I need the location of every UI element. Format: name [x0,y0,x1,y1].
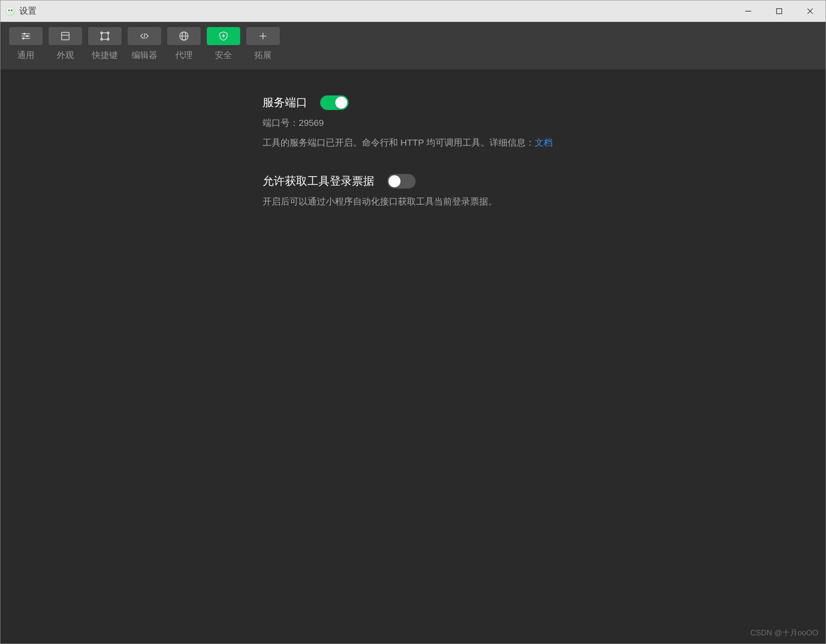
desc-text: 工具的服务端口已开启。命令行和 HTTP 均可调用工具。详细信息： [263,137,535,147]
tab-icon-box [128,27,161,45]
minimize-button[interactable] [733,0,764,21]
port-label: 端口号： [263,118,299,128]
tab-label: 安全 [215,49,232,61]
svg-rect-12 [101,33,108,39]
service-port-title: 服务端口 [263,95,307,110]
tab-icon-box [167,27,201,45]
svg-rect-1 [777,9,782,14]
tab-label: 快捷键 [92,49,118,61]
keyboard-icon [99,31,110,42]
login-ticket-toggle[interactable] [387,174,416,189]
close-button[interactable] [795,0,826,21]
toggle-knob [335,97,347,109]
port-number-info: 端口号：29569 [263,117,826,129]
plus-icon [257,31,269,42]
login-ticket-description: 开启后可以通过小程序自动化接口获取工具当前登录票据。 [263,195,826,208]
settings-window: 设置 通用 外观 [0,0,826,644]
tab-appearance[interactable]: 外观 [49,27,82,61]
service-port-toggle[interactable] [320,95,349,110]
tab-proxy[interactable]: 代理 [167,27,201,61]
maximize-button[interactable] [764,0,795,21]
tab-icon-box [88,27,122,45]
maximize-icon [775,7,783,15]
toggle-knob [389,175,401,187]
svg-line-17 [144,34,145,39]
app-icon [6,6,15,16]
tab-icon-box [9,27,43,45]
tab-icon-box [49,27,82,45]
service-port-description: 工具的服务端口已开启。命令行和 HTTP 均可调用工具。详细信息：文档 [263,137,826,149]
svg-point-8 [27,35,28,37]
tab-shortcuts[interactable]: 快捷键 [88,27,122,61]
tab-label: 外观 [57,49,74,61]
tab-editor[interactable]: 编辑器 [128,27,161,61]
window-controls [733,0,826,21]
tab-label: 通用 [17,49,34,61]
tab-security[interactable]: 安全 [207,27,240,61]
shield-icon [218,31,229,42]
tab-general[interactable]: 通用 [9,27,43,61]
tab-label: 代理 [175,49,193,61]
login-ticket-title: 允许获取工具登录票据 [263,174,374,189]
tab-label: 编辑器 [132,49,157,61]
sliders-icon [20,31,31,42]
content-area: 服务端口 端口号：29569 工具的服务端口已开启。命令行和 HTTP 均可调用… [0,69,826,644]
titlebar-left: 设置 [6,5,37,17]
svg-point-9 [23,38,24,39]
globe-icon [178,31,190,42]
minimize-icon [744,7,752,15]
login-ticket-row: 允许获取工具登录票据 [263,174,826,189]
tab-icon-box [207,27,240,45]
port-value: 29569 [299,118,324,128]
close-icon [806,7,814,15]
svg-rect-10 [61,32,69,40]
code-icon [139,31,150,42]
watermark: CSDN @十月ooOO [750,628,818,638]
tab-extensions[interactable]: 拓展 [246,27,280,61]
tab-label: 拓展 [254,49,272,61]
layout-icon [60,31,71,42]
titlebar: 设置 [0,0,826,22]
service-port-row: 服务端口 [263,95,826,110]
toolbar: 通用 外观 快捷键 编辑器 代理 [0,22,826,69]
tab-icon-box [246,27,280,45]
svg-point-7 [24,33,25,34]
window-title: 设置 [19,5,37,17]
docs-link[interactable]: 文档 [535,137,553,147]
